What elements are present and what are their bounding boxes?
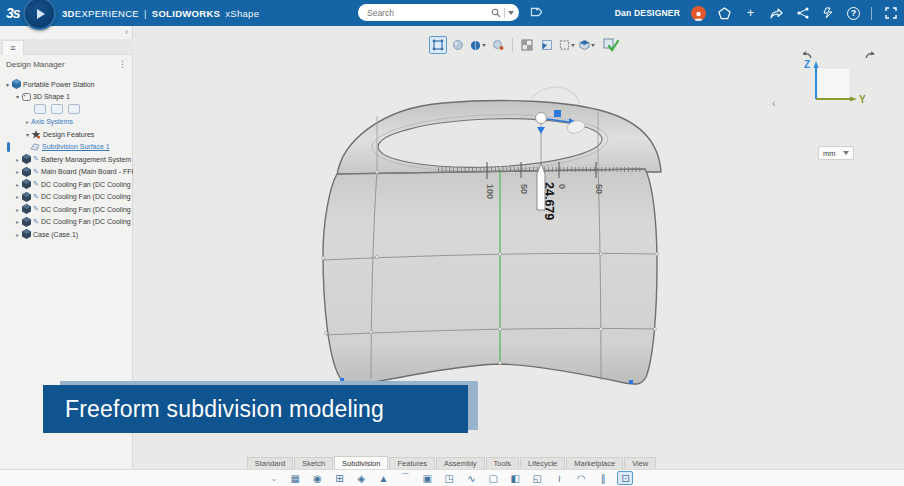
tree-item-label[interactable]: Main Board (Main Board - FFF.1) xyxy=(41,168,133,175)
expand-arrow-icon[interactable]: ▸ xyxy=(14,156,21,163)
add-icon[interactable]: + xyxy=(743,6,758,21)
sphere-display-tool[interactable] xyxy=(449,36,467,54)
primitive-sphere-tool[interactable]: ◉ xyxy=(309,471,325,485)
help-icon[interactable]: ? xyxy=(847,7,860,20)
expand-arrow-icon[interactable]: ▾ xyxy=(14,93,21,100)
move-vertex-tool[interactable]: ▲ xyxy=(375,471,391,485)
drag-handle-square[interactable] xyxy=(554,110,561,117)
tree-item-component[interactable]: ▸ ✎ DC Cooling Fan (DC Cooling F... xyxy=(0,178,133,191)
share-arrow-icon[interactable] xyxy=(769,6,784,21)
tree-item-label[interactable]: Axis Systems xyxy=(31,118,73,125)
symmetry-tool[interactable]: ∥ xyxy=(595,471,611,485)
tab-marketplace[interactable]: Marketplace xyxy=(566,457,623,469)
sidebar-collapse-icon[interactable]: ‹ xyxy=(125,28,128,37)
manipulate-tool[interactable] xyxy=(429,36,447,54)
tree-item-label[interactable]: Subdivision Surface 1 xyxy=(42,143,110,150)
display-style-dropdown[interactable] xyxy=(469,36,487,54)
tree-item-shape[interactable]: ▾ 3D Shape 1 xyxy=(0,91,133,104)
tree-item-design-features[interactable]: ▾ Design Features xyxy=(0,128,133,141)
tree-item-label[interactable]: Design Features xyxy=(43,131,94,138)
actions-icon[interactable] xyxy=(821,6,836,21)
tree-item-root[interactable]: ▾ Portable Power Station xyxy=(0,78,133,91)
share-nodes-icon[interactable] xyxy=(795,6,810,21)
subdivide-tool[interactable]: ⊡ xyxy=(617,471,633,485)
app-badge-1[interactable] xyxy=(34,104,46,114)
crease-edge-tool[interactable]: ≀ xyxy=(551,471,567,485)
fullscreen-icon[interactable] xyxy=(883,6,898,21)
primitive-quadball-tool[interactable]: ◈ xyxy=(353,471,369,485)
chevron-down-icon[interactable]: ⌄ xyxy=(271,474,278,483)
tree-item-label[interactable]: DC Cooling Fan (DC Cooling F... xyxy=(41,193,133,200)
tree-item-label[interactable]: 3D Shape 1 xyxy=(33,93,70,100)
axis-triad[interactable]: Z Y xyxy=(798,58,868,118)
app-badge-2[interactable] xyxy=(51,104,63,114)
community-icon[interactable] xyxy=(717,6,732,21)
checker-pattern-tool[interactable] xyxy=(518,36,536,54)
delete-face-tool[interactable]: ◱ xyxy=(529,471,545,485)
tab-view[interactable]: View xyxy=(624,457,656,469)
expand-arrow-icon[interactable]: ▸ xyxy=(24,118,31,125)
bend-surface-tool[interactable]: ⌒ xyxy=(397,471,413,485)
tree-item-component[interactable]: ▸ ✎ Battery Management System (... xyxy=(0,153,133,166)
selected-vertex[interactable] xyxy=(629,380,633,384)
frame-face-tool[interactable]: ▣ xyxy=(419,471,435,485)
compass-play-icon[interactable] xyxy=(23,0,56,30)
tab-subdivision[interactable]: Subdivision xyxy=(334,456,388,469)
selection-box-dropdown[interactable] xyxy=(558,36,576,54)
tree-item-label[interactable]: Portable Power Station xyxy=(23,81,95,88)
expand-arrow-icon[interactable]: ▸ xyxy=(14,193,21,200)
tree-item-label[interactable]: DC Cooling Fan (DC Cooling F... xyxy=(41,206,133,213)
isolate-tool[interactable] xyxy=(538,36,556,54)
search-icon[interactable] xyxy=(491,8,501,18)
exit-confirm-check[interactable] xyxy=(602,36,620,54)
tab-tools[interactable]: Tools xyxy=(486,457,520,469)
tree-item-case[interactable]: ▸ Case (Case.1) xyxy=(0,228,133,241)
tree-item-component[interactable]: ▸ ✎ DC Cooling Fan (DC Cooling F... xyxy=(0,203,133,216)
expand-arrow-icon[interactable]: ▾ xyxy=(24,131,31,138)
insert-face-tool[interactable]: ▢ xyxy=(485,471,501,485)
search-bar[interactable] xyxy=(358,4,519,21)
expand-arrow-icon[interactable]: ▾ xyxy=(4,81,11,88)
tree-item-axis-systems[interactable]: ▸ Axis Systems xyxy=(0,116,133,129)
tab-sketch[interactable]: Sketch xyxy=(294,457,333,469)
view-cube-dropdown[interactable] xyxy=(578,36,596,54)
expand-arrow-icon[interactable]: ▸ xyxy=(14,168,21,175)
extrude-face-tool[interactable]: ◳ xyxy=(441,471,457,485)
primitive-cylinder-tool[interactable]: ⊞ xyxy=(331,471,347,485)
loop-edge-tool[interactable]: ∿ xyxy=(463,471,479,485)
tag-icon[interactable] xyxy=(528,5,542,19)
features-icon xyxy=(31,129,41,139)
tree-item-component[interactable]: ▸ ✎ DC Cooling Fan (DC Cooling F... xyxy=(0,191,133,204)
expand-arrow-icon[interactable]: ▸ xyxy=(14,218,21,225)
expand-arrow-icon[interactable]: ▸ xyxy=(14,181,21,188)
tab-features[interactable]: Features xyxy=(389,457,435,469)
app-badge-3[interactable] xyxy=(68,104,80,114)
split-face-tool[interactable]: ◧ xyxy=(507,471,523,485)
tab-lifecycle[interactable]: Lifecycle xyxy=(520,457,565,469)
expand-arrow-icon[interactable]: ▸ xyxy=(14,206,21,213)
tree-item-label[interactable]: DC Cooling Fan (DC Cooling F... xyxy=(41,181,133,188)
tree-item-component[interactable]: ▸ ✎ DC Cooling Fan (DC Cooling F... xyxy=(0,216,133,229)
highlight-tool[interactable] xyxy=(489,36,507,54)
primitive-box-tool[interactable]: ▦ xyxy=(287,471,303,485)
smooth-surface-tool[interactable]: ◠ xyxy=(573,471,589,485)
panel-menu-icon[interactable]: ⋮ xyxy=(118,59,127,69)
tree-item-subdivision-surface[interactable]: Subdivision Surface 1 xyxy=(0,141,133,154)
tree-item-label[interactable]: DC Cooling Fan (DC Cooling F... xyxy=(41,218,133,225)
tab-assembly[interactable]: Assembly xyxy=(436,457,485,469)
tree-item-component[interactable]: ▸ ✎ Main Board (Main Board - FFF.1) xyxy=(0,166,133,179)
nav-collapse-icon[interactable]: ‹ xyxy=(772,98,775,109)
model-handle[interactable] xyxy=(337,101,661,176)
tree-item-label[interactable]: Case (Case.1) xyxy=(33,231,78,238)
avatar[interactable] xyxy=(691,6,706,21)
tab-standard[interactable]: Standard xyxy=(247,457,293,469)
user-name[interactable]: Dan DESIGNER xyxy=(615,8,680,18)
search-scope-dropdown-icon[interactable] xyxy=(508,11,514,15)
ruler-pointer[interactable] xyxy=(537,163,545,210)
tree-view-tab[interactable]: ≡ xyxy=(2,40,24,55)
tree-item-label[interactable]: Battery Management System (... xyxy=(41,156,133,163)
units-dropdown[interactable]: mm xyxy=(818,146,854,160)
control-point[interactable] xyxy=(536,113,547,124)
search-input[interactable] xyxy=(367,8,491,18)
expand-arrow-icon[interactable]: ▸ xyxy=(14,231,21,238)
